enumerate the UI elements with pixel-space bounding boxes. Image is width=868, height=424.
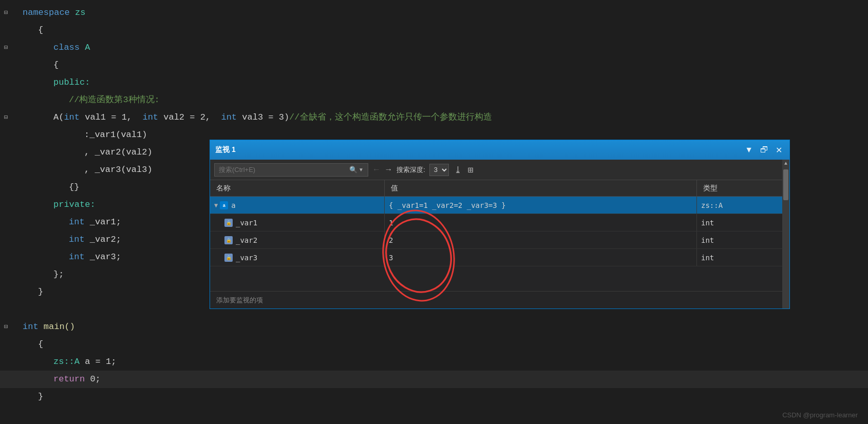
code-line-1: ⊟ namespace zs (0, 4, 868, 22)
code-line-2: { (0, 22, 868, 39)
code-line-7: ⊟ A(int val1 = 1, int val2 = 2, int val3… (0, 109, 868, 126)
table-body: ▼ a a { _var1=1 _var2=2 _var3=3 } zs::A … (210, 197, 789, 291)
line-gutter (4, 388, 23, 406)
search-input[interactable] (219, 166, 346, 174)
watch-title-left: 监视 1 (215, 145, 236, 155)
depth-select[interactable]: 3 1 2 4 5 (429, 164, 449, 176)
row-value-var2: 2 (385, 232, 697, 248)
table-row[interactable]: ▼ a a { _var1=1 _var2=2 _var3=3 } zs::A (210, 197, 789, 214)
line-gutter (4, 283, 23, 301)
var-type-icon: 🔒 (224, 219, 233, 227)
row-name-var2: 🔒 _var2 (210, 232, 385, 248)
watch-window: 监视 1 ▼ 🗗 ✕ 🔍 ▼ ← → 搜索深度: 3 1 2 4 5 ⤓ ⊞ (210, 140, 790, 309)
table-row[interactable]: 🔒 _var1 1 int (210, 214, 789, 232)
row-type-var3: int (697, 249, 789, 266)
line-gutter (4, 196, 23, 214)
grid-icon[interactable]: ⊞ (467, 163, 475, 177)
line-gutter: ⊟ (4, 318, 23, 336)
code-line-22: return 0; (0, 371, 868, 388)
add-watch-label: 添加要监视的项 (216, 296, 263, 305)
collapse-btn[interactable]: ⊟ (4, 4, 8, 22)
var-type-icon: a (220, 201, 228, 209)
search-icon-btn[interactable]: 🔍 ▼ (349, 166, 364, 174)
line-gutter (4, 144, 23, 161)
row-type-a: zs::A (697, 197, 789, 214)
line-gutter (4, 353, 23, 371)
watch-titlebar: 监视 1 ▼ 🗗 ✕ (210, 140, 789, 160)
watermark: CSDN @program-learner (782, 411, 858, 419)
line-gutter (4, 214, 23, 231)
line-gutter (4, 248, 23, 266)
scrollbar-thumb[interactable] (783, 169, 788, 200)
line-gutter (4, 179, 23, 196)
line-gutter (4, 301, 23, 318)
code-line-20: { (0, 336, 868, 353)
row-value-var1: 1 (385, 214, 697, 231)
watch-scrollbar: ▲ (782, 160, 789, 309)
column-header-name: 名称 (210, 180, 385, 196)
line-gutter (4, 336, 23, 353)
forward-arrow-btn[interactable]: → (385, 165, 393, 175)
restore-btn[interactable]: 🗗 (758, 144, 770, 156)
code-line-4: { (0, 56, 868, 74)
expand-icon[interactable]: ▼ (214, 202, 218, 209)
code-line-5: public: (0, 74, 868, 91)
line-gutter: ⊟ (4, 39, 23, 56)
code-line-23: } (0, 388, 868, 406)
line-gutter: ⊟ (4, 4, 23, 22)
row-name-var1: 🔒 _var1 (210, 214, 385, 231)
table-row[interactable]: 🔒 _var2 2 int (210, 232, 789, 249)
line-gutter (4, 56, 23, 74)
line-gutter (4, 231, 23, 248)
pin-icon[interactable]: ⤓ (453, 163, 463, 177)
line-gutter (4, 161, 23, 179)
close-btn[interactable]: ✕ (773, 144, 784, 156)
table-row[interactable]: 🔒 _var3 3 int (210, 249, 789, 266)
search-box[interactable]: 🔍 ▼ (214, 163, 368, 177)
var-type-icon: 🔒 (224, 254, 233, 262)
line-gutter (4, 74, 23, 91)
search-dropdown-icon[interactable]: ▼ (358, 167, 364, 172)
row-name-a: ▼ a a (210, 197, 385, 214)
line-gutter (4, 126, 23, 144)
search-icon: 🔍 (349, 166, 357, 174)
back-arrow-btn[interactable]: ← (372, 165, 381, 175)
code-line-21: zs::A a = 1; (0, 353, 868, 371)
watch-title-text: 监视 1 (215, 145, 236, 155)
var-type-icon: 🔒 (224, 236, 233, 244)
scroll-up-btn[interactable]: ▲ (783, 160, 788, 167)
collapse-btn[interactable]: ⊟ (4, 318, 8, 336)
line-gutter (4, 371, 23, 388)
watch-table: 名称 值 类型 ▼ a a { _var1=1 _var2=2 _var3=3 … (210, 180, 789, 309)
column-header-value: 值 (385, 180, 697, 196)
column-header-type: 类型 (697, 180, 789, 196)
row-type-var1: int (697, 214, 789, 231)
watch-title-controls: ▼ 🗗 ✕ (743, 144, 784, 156)
dropdown-btn[interactable]: ▼ (743, 144, 755, 156)
line-gutter (4, 91, 23, 109)
row-value-a: { _var1=1 _var2=2 _var3=3 } (385, 197, 697, 214)
line-gutter (4, 266, 23, 283)
watch-toolbar: 🔍 ▼ ← → 搜索深度: 3 1 2 4 5 ⤓ ⊞ (210, 160, 789, 180)
code-line-19: ⊟ int main() (0, 318, 868, 336)
line-gutter: ⊟ (4, 109, 23, 126)
depth-label: 搜索深度: (397, 165, 425, 175)
collapse-btn[interactable]: ⊟ (4, 39, 8, 56)
line-gutter (4, 22, 23, 39)
code-line-3: ⊟ class A (0, 39, 868, 56)
row-value-var3: 3 (385, 249, 697, 266)
row-name-var3: 🔒 _var3 (210, 249, 385, 266)
code-line-6: //构造函数第3种情况: (0, 91, 868, 109)
table-header: 名称 值 类型 (210, 180, 789, 197)
add-watch-row[interactable]: 添加要监视的项 (210, 291, 789, 309)
row-type-var2: int (697, 232, 789, 248)
collapse-btn[interactable]: ⊟ (4, 109, 8, 126)
